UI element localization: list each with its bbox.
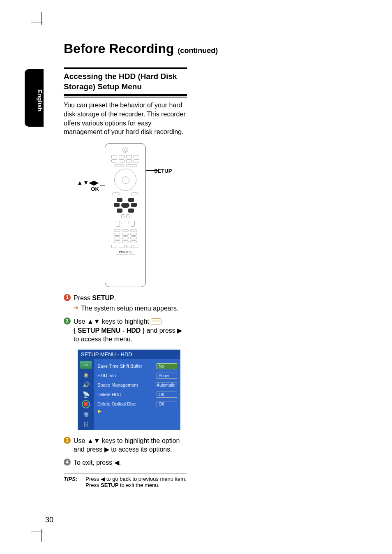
page-title: Before Recording (continued) [64,41,339,59]
tips-box: TIPS: Press ◀ to go back to previous men… [64,473,187,488]
rule [64,94,187,96]
right-arrow-icon: ▶ [104,446,109,453]
crop-mark [31,531,43,531]
menu-row-label: Save Time Shift Buffer [97,364,142,369]
step-number-icon: 4 [64,459,71,466]
remote-figure: ▲▼◀▶ OK SETUP [64,143,187,287]
page-content: Before Recording (continued) Accessing t… [64,41,339,488]
menu-row-label: Delete Optical Disc [97,401,136,406]
steps-list: 1 Press SETUP. The system setup menu app… [64,294,187,344]
step-4: 4 To exit, press ◀. [64,458,187,467]
updown-keys-icon: ▲▼ [87,437,100,444]
ok-label: OK [64,186,99,192]
step-2: 2 Use ▲▼ keys to highlight { SETUP MENU … [64,317,187,344]
menu-row-label: HDD Info [97,373,116,378]
menu-row-value: OK [157,392,177,398]
satellite-icon: 📡 [80,390,92,399]
rule [64,67,187,69]
menu-row-label: Space Management [97,382,138,387]
menu-rows: Save Time Shift Buffer No HDD Info Show … [94,359,180,430]
menu-sidebar-icons: ▭ ◉ 🔊 📡 1 ▦ ⌸ [78,359,94,430]
step-3: 3 Use ▲▼ keys to highlight the option an… [64,436,187,454]
step-number-icon: 1 [64,294,71,301]
page-number: 30 [45,516,53,524]
tips-body: Press ◀ to go back to previous menu item… [85,476,187,488]
menu-pointer-icon: ▶ [97,409,178,413]
dpad-icon [114,169,136,191]
menu-screenshot: SETUP MENU - HDD ▭ ◉ 🔊 📡 1 ▦ ⌸ Save Time… [78,350,180,430]
disc-icon: ◉ [80,371,92,379]
menu-row-value: No [157,363,177,369]
step-result: The system setup menu appears. [74,304,187,313]
sound-icon: 🔊 [80,380,92,389]
menu-row: HDD Info Show [97,371,178,380]
remote-buttons: PHILIPS HDD & DVD RECORDER [105,147,145,255]
intro-paragraph: You can preset the behavior of your hard… [64,101,187,136]
title-main: Before Recording [64,41,174,56]
menu-row: Delete HDD OK [97,390,178,399]
menu-row-value: Show [157,373,177,379]
step-number-icon: 2 [64,318,71,325]
language-tab: English [25,69,44,127]
menu-row-value: OK [157,401,177,407]
crop-mark [31,23,43,23]
tv-icon: ▭ [80,361,92,369]
hdd-icon [151,318,161,325]
setup-keyword: SETUP [92,294,114,301]
brand-label: PHILIPS [105,250,145,253]
step-1: 1 Press SETUP. The system setup menu app… [64,294,187,313]
tray-icon: ⌸ [80,420,92,428]
callout-ok: ▲▼◀▶ OK [64,179,99,192]
menu-row: Delete Optical Disc OK [97,399,178,409]
step-number-icon: 3 [64,437,71,444]
rule [64,97,187,97]
section-heading: Accessing the HDD (Hard Disk Storage) Se… [64,72,187,92]
updown-keys-icon: ▲▼ [87,318,100,325]
remote-outline: PHILIPS HDD & DVD RECORDER [105,143,146,287]
left-arrow-icon: ◀ [101,476,105,482]
hdd-menu-icon: 1 [80,400,92,408]
step-text: Press [74,294,92,301]
left-arrow-icon: ◀ [114,459,119,466]
calendar-icon: ▦ [80,410,92,418]
menu-row: Space Management Automatic [97,380,178,390]
menu-row-label: Delete HDD [97,392,122,397]
right-arrow-icon: ▶ [177,327,182,334]
arrow-keys-label: ▲▼◀▶ [64,179,99,186]
menu-row: Save Time Shift Buffer No [97,362,178,371]
setup-keyword: SETUP [101,482,118,488]
callout-setup: SETUP [154,168,187,174]
left-column: Accessing the HDD (Hard Disk Storage) Se… [64,67,187,488]
menu-row-value: Automatic [155,382,177,388]
title-continued: (continued) [178,46,218,55]
menu-name: SETUP MENU - HDD [78,327,141,334]
steps-list-cont: 3 Use ▲▼ keys to highlight the option an… [64,436,187,467]
power-icon [122,147,128,153]
brand-sublabel: HDD & DVD RECORDER [105,253,145,255]
tips-label: TIPS: [64,476,77,488]
menu-title: SETUP MENU - HDD [78,350,180,359]
